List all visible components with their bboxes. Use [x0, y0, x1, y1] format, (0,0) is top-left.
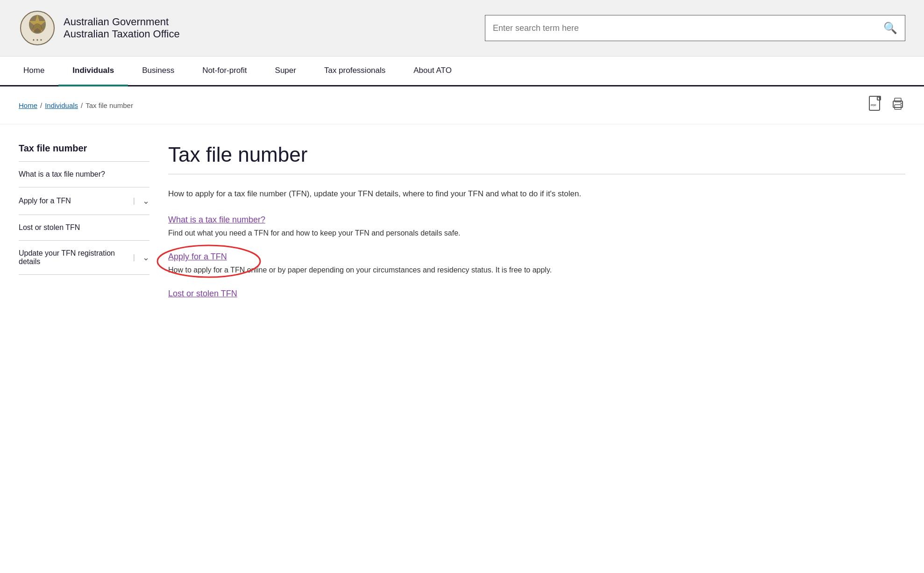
breadcrumb-sep-1: / — [40, 101, 42, 109]
nav-business[interactable]: Business — [128, 57, 188, 86]
main-nav: Home Individuals Business Not-for-profit… — [0, 57, 924, 86]
sidebar-title: Tax file number — [19, 143, 149, 154]
apply-tfn-link[interactable]: Apply for a TFN — [168, 252, 227, 261]
apply-tfn-wrapper: Apply for a TFN — [168, 252, 227, 262]
breadcrumb-actions: PDF — [869, 96, 905, 115]
search-button[interactable]: 🔍 — [876, 21, 905, 35]
svg-point-3 — [33, 23, 42, 33]
sidebar-pipe: | — [133, 197, 135, 205]
ato-crest-icon: ✦ ✦ ✦ — [19, 9, 56, 47]
page-intro: How to apply for a tax file number (TFN)… — [168, 187, 905, 200]
nav-individuals[interactable]: Individuals — [58, 57, 128, 86]
breadcrumb-current: Tax file number — [85, 101, 133, 109]
sidebar-item-update-tfn[interactable]: Update your TFN registration details | ⌄ — [19, 241, 149, 275]
logo-area: ✦ ✦ ✦ Australian Government Australian T… — [19, 9, 180, 47]
nav-not-for-profit[interactable]: Not-for-profit — [188, 57, 261, 86]
chevron-down-icon-2: ⌄ — [142, 252, 149, 263]
sidebar-item-label: Update your TFN registration details — [19, 249, 129, 266]
site-header: ✦ ✦ ✦ Australian Government Australian T… — [0, 0, 924, 57]
sidebar-item-lost-tfn[interactable]: Lost or stolen TFN — [19, 215, 149, 241]
page-title: Tax file number — [168, 143, 905, 166]
sidebar-item-label: Lost or stolen TFN — [19, 223, 80, 232]
lost-tfn-link[interactable]: Lost or stolen TFN — [168, 289, 905, 299]
sidebar-item-what-is-tfn[interactable]: What is a tax file number? — [19, 162, 149, 187]
logo-text: Australian Government Australian Taxatio… — [64, 16, 180, 40]
svg-text:PDF: PDF — [871, 104, 876, 107]
what-is-tfn-desc: Find out what you need a TFN for and how… — [168, 228, 905, 239]
breadcrumb: Home / Individuals / Tax file number — [19, 101, 133, 109]
breadcrumb-home[interactable]: Home — [19, 101, 37, 109]
sidebar-item-label: Apply for a TFN — [19, 197, 71, 205]
sidebar-item-label: What is a tax file number? — [19, 170, 105, 179]
nav-super[interactable]: Super — [261, 57, 310, 86]
breadcrumb-individuals[interactable]: Individuals — [45, 101, 78, 109]
apply-tfn-desc: How to apply for a TFN online or by pape… — [168, 265, 905, 276]
sidebar-item-apply-tfn[interactable]: Apply for a TFN | ⌄ — [19, 187, 149, 215]
chevron-down-icon: ⌄ — [142, 196, 149, 206]
sidebar-pipe-2: | — [133, 253, 135, 262]
main-layout: Tax file number What is a tax file numbe… — [0, 124, 924, 320]
nav-home[interactable]: Home — [9, 57, 58, 86]
gov-line: Australian Government — [64, 16, 180, 28]
nav-tax-professionals[interactable]: Tax professionals — [310, 57, 399, 86]
page-title-divider — [168, 174, 905, 174]
nav-about-ato[interactable]: About ATO — [399, 57, 466, 86]
what-is-tfn-link[interactable]: What is a tax file number? — [168, 215, 905, 225]
svg-text:✦ ✦ ✦: ✦ ✦ ✦ — [32, 38, 43, 42]
search-input[interactable] — [485, 23, 876, 33]
print-button[interactable] — [890, 96, 905, 114]
svg-point-12 — [901, 103, 902, 104]
breadcrumb-bar: Home / Individuals / Tax file number PDF — [0, 86, 924, 124]
sidebar: Tax file number What is a tax file numbe… — [19, 143, 149, 301]
search-area: 🔍 — [485, 15, 905, 41]
svg-rect-5 — [869, 96, 880, 110]
main-content: Tax file number How to apply for a tax f… — [168, 143, 905, 301]
pdf-button[interactable]: PDF — [869, 96, 883, 115]
ato-line: Australian Taxation Office — [64, 28, 180, 40]
breadcrumb-sep-2: / — [81, 101, 83, 109]
